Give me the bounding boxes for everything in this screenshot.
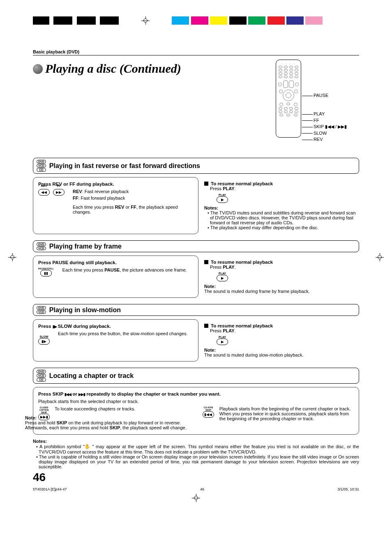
resume-title: To resume normal playback [204,323,359,328]
pause-button-icon: ▮▮ [40,270,52,276]
remote-label-ff: FF [314,117,347,124]
section-title: Playing frame by frame [49,243,122,250]
skip-fwd-button-icon: ▶▶▮ [38,414,50,420]
notes-label: Notes: [204,205,359,210]
remote-diagram: ○ ○ ○ ○ PAUSE PLAY FF SKIP ▮◀◀ / ▶▶▮ SLO… [276,60,347,143]
slow-button-icon: ▮▶ [38,338,50,345]
section-header-locate: DVD VCD CD Locating a chapter or track [33,368,359,384]
section-title: Playing in fast reverse or fast forward … [49,162,200,170]
resume-title: To resume normal playback [204,260,359,265]
note-text: The sound is muted during frame by frame… [204,289,359,294]
remote-label-slow: SLOW [314,130,347,136]
disc-type-icons: DVD VCD CD [37,370,46,382]
print-registration-marks [33,16,359,29]
page-number: 46 [33,471,359,484]
section-title: Playing in slow-motion [49,306,121,314]
remote-label-rev: REV [314,136,347,143]
note-text: The sound is muted during slow-motion pl… [204,352,359,357]
step-instruction: Press ▮▶ SLOW during playback. [38,324,193,329]
remote-label-skip: SKIP ▮◀◀ / ▶▶▮ [314,124,347,130]
rev-button-icon: REV◀◀ [38,189,50,196]
note-text: Press and hold SKIP on the unit during p… [25,420,190,430]
frame-left-panel: Press PAUSE during still playback. PAUSE… [33,256,198,298]
section-header-fastrev: DVD VCD CD Playing in fast reverse or fa… [33,158,359,174]
resume-title: To resume normal playback [204,181,359,186]
bottom-notes: Notes: • A prohibition symbol " ✋ " may … [33,439,359,469]
disc-type-icons: DVD VCD [37,242,46,250]
bottom-registration-mark [33,494,359,504]
note-text: • The playback speed may differ dependin… [206,225,359,230]
section-header-frame: DVD VCD Playing frame by frame [33,240,359,252]
play-button-icon: ▶ [217,339,228,345]
section-title: Locating a chapter or track [49,372,134,380]
disc-type-icons: DVD VCD CD [37,160,46,172]
locate-panel: Press SKIP ▮◀◀ or ▶▶▮ repeatedly to disp… [33,387,359,435]
slow-left-panel: Press ▮▶ SLOW during playback. SLOW ▮▶ E… [33,319,198,362]
note-label: Note: [204,284,359,289]
section-header-slow: DVD VCD Playing in slow-motion [33,304,359,316]
breadcrumb: Basic playback (DVD) [33,49,359,55]
page-title: Playing a disc (Continued) [45,62,181,76]
remote-label-pause: PAUSE [314,92,347,99]
skip-back-button-icon: ▮◀◀ [203,411,214,418]
play-button-icon: ▶ [217,196,228,203]
fastrev-left-panel: Press REV or FF during playback. REV◀◀ F… [33,177,198,234]
fastrev-right-panel: To resume normal playback Press PLAY. PL… [204,177,359,234]
remote-label-play: PLAY [314,111,347,117]
side-registration-left [8,253,16,263]
step-instruction: Press SKIP ▮◀◀ or ▶▶▮ repeatedly to disp… [38,391,354,396]
footer-info: 5T40301A [E]p44-47 46 3/1/05, 10:31 [33,487,359,491]
step-instruction: Press PAUSE during still playback. [38,260,193,265]
locate-subtext: Playback starts from the selected chapte… [38,399,354,404]
side-registration-right [376,253,384,263]
note-label: Note: [25,415,190,420]
title-bullet-icon [33,64,43,74]
prohibition-hand-icon: ✋ [87,444,90,449]
play-button-icon: ▶ [217,275,228,281]
frame-right-panel: To resume normal playback Press PLAY. PL… [204,256,359,298]
ff-button-icon: FF▶▶ [53,189,65,196]
note-text: • The TV/DVD mutes sound and subtitles d… [206,210,359,225]
slow-right-panel: To resume normal playback Press PLAY. PL… [204,319,359,362]
note-label: Note: [204,348,359,352]
disc-type-icons: DVD VCD [37,306,46,314]
